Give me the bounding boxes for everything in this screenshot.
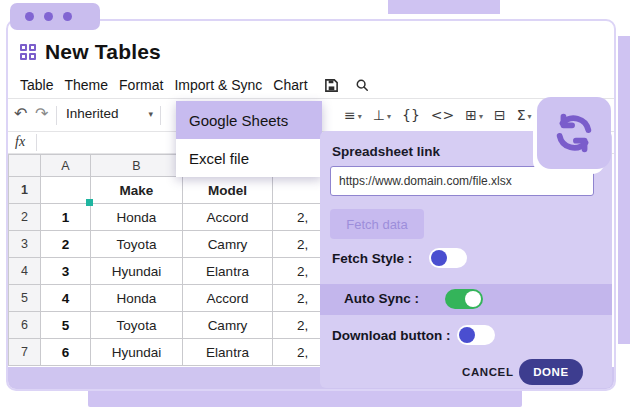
spreadsheet-grid: A B C D 1 Make Model 2 1 Honda Accord 2,… [8,154,363,366]
cell[interactable]: Accord [183,285,273,312]
toggle-knob [465,291,481,307]
cell[interactable]: 4 [41,285,91,312]
align-button[interactable]: ≡▾ [344,107,362,123]
chevron-down-icon: ▾ [149,109,154,119]
chevron-down-icon: ▾ [387,112,391,123]
decor-bar-top [388,0,500,14]
download-button-label: Download button : [332,328,450,343]
cell[interactable]: 5 [41,312,91,339]
merge-cells-button[interactable]: ⊟ [494,107,506,123]
divider [36,134,37,151]
window-dot [44,12,53,21]
cell[interactable]: Camry [183,231,273,258]
tables-grid-icon [20,44,36,60]
menu-item-theme[interactable]: Theme [64,77,108,93]
row-number[interactable]: 2 [9,204,41,231]
cell[interactable]: 6 [41,339,91,366]
table-row: 1 Make Model [9,177,363,204]
cancel-button[interactable]: CANCEL [462,366,514,378]
cell[interactable]: Camry [183,312,273,339]
cell[interactable]: 3 [41,258,91,285]
selection-handle[interactable] [86,199,93,206]
row-number[interactable]: 7 [9,339,41,366]
menu-item-import-sync[interactable]: Import & Sync [174,77,262,93]
sync-icon [551,110,597,156]
table-row: 2 1 Honda Accord 2, [9,204,363,231]
menu-bar: Table Theme Format Import & Sync Chart [20,77,369,93]
cell[interactable]: 2 [41,231,91,258]
cell[interactable]: 1 [41,204,91,231]
menu-item-table[interactable]: Table [20,77,53,93]
toolbar-icon-strip: ≡▾ ⊥▾ {} <> ⊞▾ ⊟ Σ▾ [344,103,532,127]
formula-fx-label: fx [15,134,25,150]
cell[interactable]: Model [183,177,273,204]
brackets-button[interactable]: {} [402,107,420,123]
decor-bar-right [618,36,630,344]
import-sync-dropdown: Google Sheets Excel file [176,101,322,177]
search-icon[interactable] [355,78,369,92]
cell[interactable]: Elantra [183,258,273,285]
menu-item-google-sheets[interactable]: Google Sheets [176,101,322,139]
app-root: New Tables Table Theme Format Import & S… [0,0,630,409]
divider [56,106,57,125]
chevron-down-icon: ▾ [479,112,483,123]
sync-card [537,97,611,169]
cell[interactable] [41,177,91,204]
page-title: New Tables [45,40,161,64]
decor-bar-bottom [88,389,522,407]
import-sync-panel: Spreadsheet link Fetch data Fetch Style … [320,131,612,388]
window-dot [63,12,72,21]
fetch-data-button[interactable]: Fetch data [330,209,424,239]
fetch-style-toggle[interactable] [429,248,467,268]
row-number[interactable]: 3 [9,231,41,258]
chevron-down-icon: ▾ [528,112,532,123]
spreadsheet-link-input[interactable] [330,166,594,196]
cell[interactable]: Make [91,177,183,204]
row-number[interactable]: 6 [9,312,41,339]
spreadsheet-link-label: Spreadsheet link [332,144,440,159]
window-controls [10,3,100,30]
auto-sync-toggle[interactable] [445,289,483,309]
cell[interactable]: Honda [91,204,183,231]
corner-cell[interactable] [9,155,41,177]
table-row: 7 6 Hyundai Elantra 2, [9,339,363,366]
download-button-toggle[interactable] [457,325,495,345]
table-row: 5 4 Honda Accord 2, [9,285,363,312]
font-style-select[interactable]: Inherited ▾ [66,106,153,121]
divider [8,98,614,99]
sum-button[interactable]: Σ▾ [517,107,532,123]
divider [160,106,161,125]
undo-button[interactable]: ↶ [14,104,27,123]
table-row: 4 3 Hyundai Elantra 2, [9,258,363,285]
cell[interactable]: Hyundai [91,258,183,285]
fetch-style-label: Fetch Style : [332,251,412,266]
code-button[interactable]: <> [431,107,454,123]
font-style-value: Inherited [66,106,119,121]
menu-item-chart[interactable]: Chart [273,77,307,93]
toggle-knob [431,250,447,266]
done-button[interactable]: DONE [519,359,583,385]
title-row: New Tables [20,40,161,64]
cell[interactable]: Elantra [183,339,273,366]
menu-item-format[interactable]: Format [119,77,163,93]
table-row: 3 2 Toyota Camry 2, [9,231,363,258]
row-number[interactable]: 4 [9,258,41,285]
table-row: 6 5 Toyota Camry 2, [9,312,363,339]
save-icon[interactable] [324,78,339,93]
row-number[interactable]: 5 [9,285,41,312]
cell[interactable]: Hyundai [91,339,183,366]
column-header[interactable]: A [41,155,91,177]
cell[interactable]: Accord [183,204,273,231]
window-dot [25,12,34,21]
redo-button[interactable]: ↷ [35,104,48,123]
vertical-align-button[interactable]: ⊥▾ [373,107,391,123]
cell[interactable]: Honda [91,285,183,312]
toggle-knob [459,327,475,343]
table-grid-button[interactable]: ⊞▾ [465,107,483,123]
cell[interactable]: Toyota [91,231,183,258]
cell[interactable]: Toyota [91,312,183,339]
auto-sync-label: Auto Sync : [344,291,419,306]
menu-item-excel-file[interactable]: Excel file [176,139,322,177]
column-header[interactable]: B [91,155,183,177]
row-number[interactable]: 1 [9,177,41,204]
